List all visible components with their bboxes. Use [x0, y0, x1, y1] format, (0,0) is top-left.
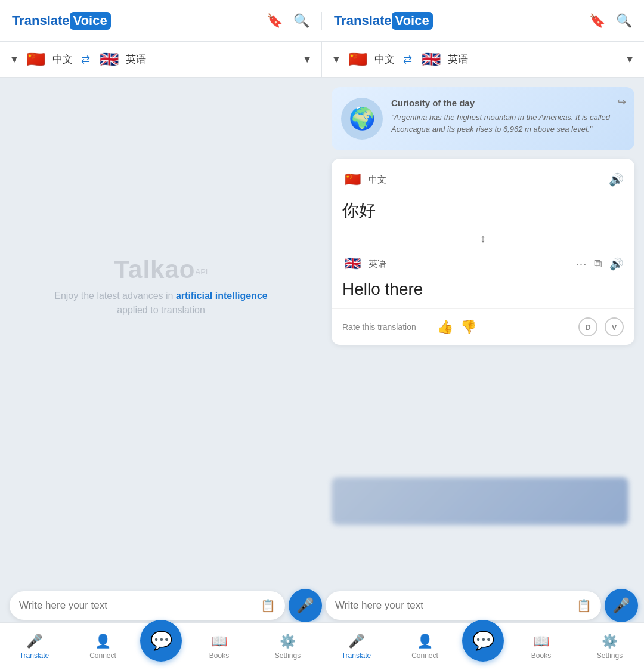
translation-divider: ↕ — [342, 233, 624, 245]
bookmark-icon-right[interactable]: 🔖 — [589, 13, 605, 29]
translation-swap-icon[interactable]: ↕ — [481, 233, 486, 245]
trans-target-actions: ⋯ ⧉ 🔊 — [575, 257, 624, 271]
nav-center-left-wrapper: 💬 — [137, 623, 185, 670]
logo-highlight-right: Voice — [392, 12, 433, 30]
logo-left: TranslateVoice — [12, 12, 111, 30]
settings-label-right: Settings — [597, 652, 623, 660]
talkao-brand-wrapper: TalkaoAPI — [114, 255, 208, 284]
logo-prefix-right: Translate — [334, 13, 392, 29]
bottom-input-bar: 📋 🎤 📋 🎤 — [0, 589, 644, 622]
talkao-api: API — [195, 267, 208, 276]
settings-icon-right: ⚙️ — [602, 634, 618, 649]
main-content: TalkaoAPI Enjoy the latest advances in a… — [0, 78, 644, 495]
thumbs-up-button[interactable]: 👍 — [437, 319, 453, 335]
books-label-right: Books — [531, 652, 551, 660]
rating-label: Rate this translation — [342, 322, 430, 332]
language-bar: ▼ 🇨🇳 中文 ⇄ 🇬🇧 英语 ▼ ▼ 🇨🇳 中文 ⇄ 🇬🇧 英语 ▼ — [0, 42, 644, 78]
translate-icon-right: 🎤 — [348, 634, 364, 649]
right-text-input[interactable] — [335, 600, 571, 612]
lang-bar-left: ▼ 🇨🇳 中文 ⇄ 🇬🇧 英语 ▼ — [0, 42, 322, 77]
bookmark-icon-left[interactable]: 🔖 — [267, 13, 283, 29]
curiosity-card: 🌍 Curiosity of the day "Argentina has th… — [332, 87, 634, 150]
logo-prefix-left: Translate — [12, 13, 70, 29]
nav-item-connect-left[interactable]: 👤 Connect — [69, 623, 137, 670]
nav-item-books-right[interactable]: 📖 Books — [507, 623, 575, 670]
trans-target-row: 🇬🇧 英语 ⋯ ⧉ 🔊 — [342, 254, 624, 274]
rating-avatar-d: D — [578, 317, 597, 336]
cn-flag-right: 🇨🇳 — [347, 49, 369, 70]
lang-bar-right: ▼ 🇨🇳 中文 ⇄ 🇬🇧 英语 ▼ — [322, 42, 644, 77]
source-lang-label-right: 中文 — [374, 53, 395, 66]
nav-right: 🎤 Translate 👤 Connect 💬 📖 Books ⚙️ Setti… — [322, 623, 644, 670]
nav-center-button-right[interactable]: 💬 — [462, 620, 504, 662]
divider-line-right — [492, 239, 624, 239]
connect-icon-right: 👤 — [417, 634, 433, 649]
target-dropdown-left[interactable]: ▼ — [302, 54, 312, 65]
right-mic-button[interactable]: 🎤 — [605, 589, 638, 622]
source-text: 你好 — [342, 196, 624, 230]
swap-icon-left[interactable]: ⇄ — [81, 53, 90, 66]
nav-left: 🎤 Translate 👤 Connect 💬 📖 Books ⚙️ Setti… — [0, 623, 322, 670]
share-icon[interactable]: ↪ — [617, 95, 626, 109]
top-header: TranslateVoice 🔖 🔍 TranslateVoice 🔖 🔍 — [0, 0, 644, 42]
target-lang-label-left: 英语 — [126, 53, 146, 66]
search-icon-left[interactable]: 🔍 — [293, 13, 309, 29]
left-paste-icon[interactable]: 📋 — [261, 598, 275, 613]
target-audio-icon[interactable]: 🔊 — [609, 257, 624, 271]
nav-item-translate-right[interactable]: 🎤 Translate — [322, 623, 391, 670]
left-text-input[interactable] — [19, 600, 255, 612]
nav-item-connect-right[interactable]: 👤 Connect — [391, 623, 459, 670]
gb-flag-right: 🇬🇧 — [420, 49, 442, 70]
lang-dropdown-right[interactable]: ▼ — [332, 54, 341, 65]
trans-rating-row: Rate this translation 👍 👎 D V — [342, 309, 624, 345]
nav-center-icon-right: 💬 — [472, 630, 494, 651]
nav-item-books-left[interactable]: 📖 Books — [185, 623, 253, 670]
divider-line-left — [342, 239, 475, 239]
right-mic-icon: 🎤 — [612, 597, 630, 614]
talkao-description: Enjoy the latest advances in artificial … — [54, 289, 268, 317]
target-lang-label-right: 英语 — [448, 53, 468, 66]
ai-highlight-text: artificial intelligence — [176, 291, 268, 301]
globe-icon: 🌍 — [341, 98, 383, 140]
cn-flag-left: 🇨🇳 — [25, 49, 47, 70]
right-paste-icon[interactable]: 📋 — [577, 598, 592, 613]
curiosity-content: Curiosity of the day "Argentina has the … — [391, 98, 625, 135]
connect-label-right: Connect — [411, 652, 438, 660]
gb-flag-left: 🇬🇧 — [98, 49, 120, 70]
curiosity-title: Curiosity of the day — [391, 98, 625, 108]
thumbs-down-button[interactable]: 👎 — [460, 319, 476, 335]
connect-icon-left: 👤 — [95, 634, 111, 649]
left-input-section: 📋 — [10, 591, 285, 620]
left-mic-icon: 🎤 — [296, 597, 314, 614]
ad-banner — [332, 477, 628, 525]
lang-dropdown-left[interactable]: ▼ — [10, 54, 19, 65]
nav-center-right-wrapper: 💬 — [459, 623, 507, 670]
nav-item-settings-right[interactable]: ⚙️ Settings — [575, 623, 644, 670]
talkao-desc-line2: applied to translation — [117, 305, 205, 315]
translate-icon-left: 🎤 — [26, 634, 42, 649]
copy-translation-icon[interactable]: ⧉ — [594, 257, 602, 270]
translate-label-left: Translate — [20, 652, 49, 660]
translate-label-right: Translate — [342, 652, 371, 660]
search-icon-right[interactable]: 🔍 — [616, 13, 632, 29]
nav-center-icon-left: 💬 — [150, 630, 172, 651]
left-panel: TalkaoAPI Enjoy the latest advances in a… — [0, 78, 322, 495]
translation-card: 🇨🇳 中文 🔊 你好 ↕ 🇬🇧 英语 ⋯ ⧉ 🔊 — [332, 159, 634, 345]
nav-item-translate-left[interactable]: 🎤 Translate — [0, 623, 69, 670]
swap-icon-right[interactable]: ⇄ — [403, 53, 412, 66]
source-flag: 🇨🇳 — [342, 169, 363, 190]
right-panel: 🌍 Curiosity of the day "Argentina has th… — [322, 78, 644, 495]
nav-item-settings-left[interactable]: ⚙️ Settings — [253, 623, 322, 670]
curiosity-text: "Argentina has the highest mountain in t… — [391, 112, 625, 135]
share-translation-icon[interactable]: ⋯ — [575, 257, 587, 271]
header-right: TranslateVoice 🔖 🔍 — [322, 12, 632, 30]
source-lang-label-left: 中文 — [52, 53, 73, 66]
trans-source-row: 🇨🇳 中文 🔊 — [342, 169, 624, 190]
source-audio-icon[interactable]: 🔊 — [609, 172, 624, 187]
books-icon-right: 📖 — [533, 634, 549, 649]
target-dropdown-right[interactable]: ▼ — [625, 54, 634, 65]
rating-avatar-v: V — [605, 317, 624, 336]
left-mic-button[interactable]: 🎤 — [289, 589, 322, 622]
right-input-section: 📋 — [326, 591, 601, 620]
nav-center-button-left[interactable]: 💬 — [140, 620, 182, 662]
